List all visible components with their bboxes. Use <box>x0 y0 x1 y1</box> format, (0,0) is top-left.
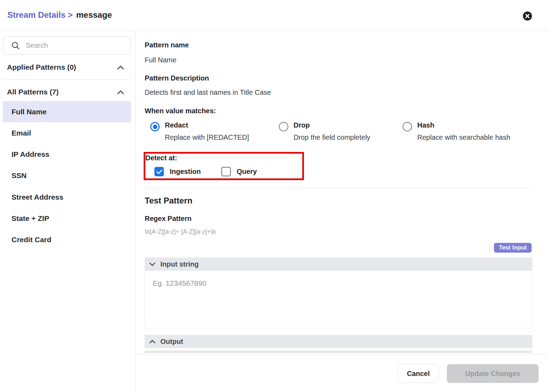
sidebar-section-applied-patterns[interactable]: Applied Patterns (0) <box>0 60 136 76</box>
chevron-up-icon[interactable] <box>149 339 156 344</box>
pattern-item-label: State + ZIP <box>12 214 49 223</box>
when-value-matches-label: When value matches: <box>145 107 216 115</box>
sidebar-divider <box>3 79 131 80</box>
test-pattern-title: Test Pattern <box>145 196 192 206</box>
pattern-item-label: IP Address <box>12 150 50 159</box>
pattern-item-label: Credit Card <box>12 236 51 244</box>
checkbox-query-label: Query <box>237 168 257 176</box>
checkbox-query[interactable]: Query <box>221 167 257 176</box>
chevron-down-icon[interactable] <box>149 262 156 267</box>
sidebar-item-credit-card[interactable]: Credit Card <box>3 229 131 250</box>
search-box[interactable] <box>3 36 131 55</box>
cancel-button[interactable]: Cancel <box>398 364 439 383</box>
breadcrumb-stream-details-link[interactable]: Stream Details > <box>7 10 73 20</box>
sidebar-item-ssn[interactable]: SSN <box>3 165 131 186</box>
chevron-up-icon[interactable] <box>117 65 124 70</box>
footer-divider <box>136 354 548 354</box>
radio-redact-label: Redact <box>165 121 249 129</box>
radio-option-redact[interactable]: Redact Replace with [REDACTED] <box>150 121 249 141</box>
input-string-label: Input string <box>160 260 199 268</box>
output-section-header[interactable]: Output <box>145 335 532 348</box>
sidebar-item-state-zip[interactable]: State + ZIP <box>3 208 131 229</box>
all-patterns-label: All Patterns (7) <box>7 88 59 96</box>
radio-option-hash[interactable]: Hash Replace with searchable hash <box>403 121 510 141</box>
pattern-description-label: Pattern Description <box>145 74 209 82</box>
checkbox-unchecked-icon[interactable] <box>221 167 231 176</box>
stream-details-modal: Stream Details >message Applied Patterns… <box>0 0 548 392</box>
checkbox-checked-icon[interactable] <box>154 167 164 176</box>
regex-pattern-label: Regex Pattern <box>145 215 192 223</box>
sidebar-section-all-patterns[interactable]: All Patterns (7) <box>0 85 136 100</box>
section-divider <box>145 188 532 189</box>
radio-redact-description: Replace with [REDACTED] <box>165 133 249 141</box>
pattern-item-label: Email <box>12 129 31 137</box>
input-string-area <box>145 271 532 328</box>
search-input[interactable] <box>26 41 120 49</box>
checkbox-ingestion-label: Ingestion <box>170 168 201 176</box>
radio-drop-label: Drop <box>294 121 370 129</box>
modal-header: Stream Details >message <box>0 0 548 31</box>
search-icon <box>11 41 20 50</box>
chevron-up-icon[interactable] <box>117 90 124 95</box>
pattern-detail-panel: Pattern name Full Name Pattern Descripti… <box>136 31 548 392</box>
radio-hash-icon[interactable] <box>403 122 412 131</box>
test-input-textarea[interactable] <box>145 271 532 328</box>
update-changes-button[interactable]: Update Changes <box>447 364 539 383</box>
applied-patterns-label: Applied Patterns (0) <box>7 63 76 71</box>
detect-at-label: Detect at: <box>145 154 177 162</box>
test-input-button[interactable]: Test Input <box>494 243 532 253</box>
radio-drop-description: Drop the field completely <box>294 133 370 141</box>
pattern-name-label: Pattern name <box>145 41 189 49</box>
breadcrumb-current-field: message <box>76 10 112 20</box>
radio-redact-selected-icon[interactable] <box>150 122 160 131</box>
sidebar-item-street-address[interactable]: Street Address <box>3 186 131 208</box>
input-string-section-header[interactable]: Input string <box>145 258 532 271</box>
radio-option-drop[interactable]: Drop Drop the field completely <box>279 121 370 141</box>
sidebar-item-full-name[interactable]: Full Name <box>3 101 131 122</box>
pattern-item-label: Full Name <box>12 108 46 116</box>
sidebar-item-email[interactable]: Email <box>3 122 131 144</box>
sidebar-item-ip-address[interactable]: IP Address <box>3 144 131 165</box>
pattern-item-label: SSN <box>12 171 26 180</box>
patterns-sidebar: Applied Patterns (0) All Patterns (7) Fu… <box>0 31 136 392</box>
breadcrumb: Stream Details >message <box>7 10 112 20</box>
pattern-item-label: Street Address <box>12 193 63 201</box>
output-label: Output <box>160 338 183 346</box>
radio-drop-icon[interactable] <box>279 122 288 131</box>
radio-hash-label: Hash <box>417 121 510 129</box>
regex-pattern-value: \b[A-Z][a-z]+ [A-Z][a-z]+\b <box>145 228 216 236</box>
radio-hash-description: Replace with searchable hash <box>417 133 510 141</box>
close-icon[interactable] <box>523 11 532 21</box>
checkbox-ingestion[interactable]: Ingestion <box>154 167 201 176</box>
pattern-description-value: Detects first and last names in Title Ca… <box>145 89 271 97</box>
pattern-name-value: Full Name <box>145 56 176 64</box>
output-content-clipped <box>145 351 532 353</box>
